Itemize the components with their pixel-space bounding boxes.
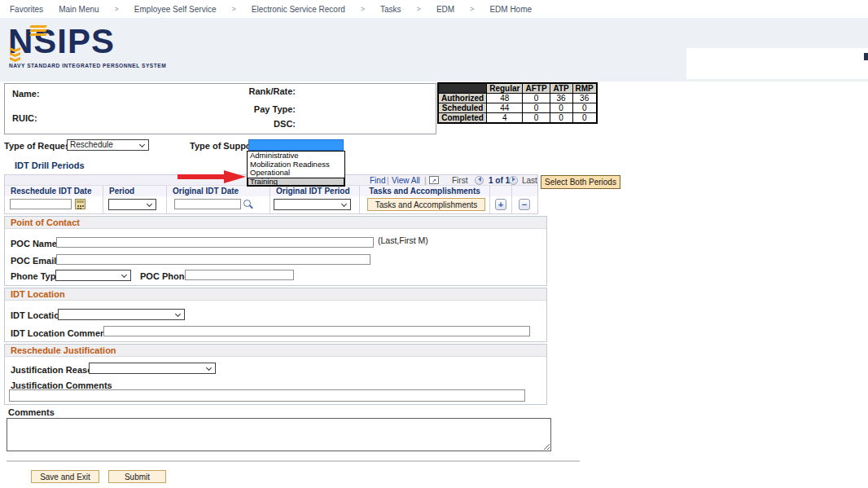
summary-value: 4: [487, 113, 523, 124]
previous-page-button[interactable]: [475, 176, 484, 185]
reschedule-justification-title: Reschedule Justification: [5, 345, 546, 357]
breadcrumb-electronic-service-record[interactable]: Electronic Service Record: [252, 5, 345, 14]
poc-phone-input[interactable]: [185, 270, 294, 280]
lookup-magnifier-icon[interactable]: [243, 199, 253, 210]
poc-email-label: POC Email: [11, 256, 56, 266]
breadcrumb-employee-self-service[interactable]: Employee Self Service: [134, 5, 217, 14]
justification-reason-select[interactable]: [89, 363, 216, 374]
summary-value: 0: [550, 103, 572, 113]
idt-location-comments-label: IDT Location Comments: [11, 328, 114, 338]
header-white-panel: [686, 48, 868, 79]
type-of-support-select[interactable]: [248, 139, 344, 151]
breadcrumb-separator-icon: >: [470, 5, 474, 13]
first-link[interactable]: First: [452, 175, 467, 186]
tasks-and-accomplishments-button[interactable]: Tasks and Accomplishments: [367, 198, 485, 211]
dropdown-option-operational[interactable]: Operational: [248, 169, 344, 178]
phone-type-select[interactable]: [55, 270, 131, 281]
summary-row-scheduled: Scheduled: [438, 103, 487, 113]
reschedule-justification-section: Reschedule Justification Justification R…: [4, 344, 547, 405]
phone-type-label: Phone Type: [11, 271, 61, 281]
poc-name-input[interactable]: [56, 237, 374, 248]
idt-location-comments-input[interactable]: [103, 326, 530, 336]
summary-col-rmp: RMP: [572, 83, 597, 94]
last-link[interactable]: Last: [522, 175, 537, 186]
breadcrumb-edm[interactable]: EDM: [436, 5, 454, 14]
col-header-reschedule-idt-date: Reschedule IDT Date: [5, 186, 103, 197]
find-link[interactable]: Find: [370, 175, 385, 186]
summary-value: 0: [550, 113, 572, 124]
drill-summary-table: Regular AFTP ATP RMP Authorized 48 0 36 …: [437, 82, 598, 124]
ruic-label: RUIC:: [12, 113, 37, 123]
breadcrumb-edm-home[interactable]: EDM Home: [489, 5, 532, 14]
footer-divider: [7, 460, 580, 462]
type-of-request-select[interactable]: Reschedule: [67, 139, 149, 151]
comments-textarea[interactable]: [7, 418, 551, 451]
type-of-request-value: Reschedule: [70, 140, 113, 149]
next-page-button[interactable]: [509, 176, 518, 185]
member-info-box: Name: RUIC: Rank/Rate: Pay Type: DSC:: [4, 83, 436, 134]
breadcrumb-tasks[interactable]: Tasks: [380, 5, 401, 14]
original-idt-date-input[interactable]: [174, 199, 241, 209]
summary-col-regular: Regular: [487, 83, 523, 94]
remove-row-button[interactable]: −: [519, 199, 530, 210]
poc-name-hint: (Last,First M): [378, 235, 428, 245]
breadcrumb: Favorites Main Menu > Employee Self Serv…: [0, 0, 868, 18]
idt-location-section: IDT Location IDT Location IDT Location C…: [4, 288, 547, 342]
poc-phone-label: POC Phone: [140, 271, 190, 281]
summary-value: 36: [550, 94, 572, 103]
summary-value: 36: [572, 94, 597, 103]
summary-corner-cell: [438, 83, 487, 94]
nav-pipe: |: [387, 175, 389, 186]
table-row: Authorized 48 0 36 36: [438, 94, 597, 103]
chevron-down-icon: [147, 201, 152, 207]
select-both-periods-button[interactable]: Select Both Periods: [541, 175, 620, 189]
idt-location-select[interactable]: [58, 309, 185, 320]
dsc-label: DSC:: [274, 119, 296, 129]
summary-value: 0: [523, 113, 550, 124]
pay-type-label: Pay Type:: [254, 104, 296, 114]
justification-comments-input[interactable]: [9, 389, 525, 402]
col-header-add: [490, 186, 512, 197]
justification-reason-label: Justification Reason: [11, 365, 99, 375]
breadcrumb-favorites[interactable]: Favorites: [10, 5, 43, 14]
red-arrow-annotation: [178, 169, 247, 184]
save-and-exit-button[interactable]: Save and Exit: [31, 470, 99, 483]
poc-name-label: POC Name: [11, 239, 57, 248]
grid-data-row: Tasks and Accomplishments + −: [5, 196, 537, 213]
page: Favorites Main Menu > Employee Self Serv…: [0, 0, 868, 488]
period-select[interactable]: [108, 199, 156, 210]
chevron-down-icon: [341, 201, 347, 207]
type-of-support-label: Type of Support: [190, 141, 258, 151]
submit-button[interactable]: Submit: [108, 470, 166, 483]
idt-location-title: IDT Location: [5, 288, 546, 301]
window-control-partial: [864, 53, 868, 60]
nsips-logo: NSIPS NAVY STANDARD INTEGRATED PERSONNEL…: [8, 24, 204, 79]
idt-location-label: IDT Location: [11, 310, 65, 320]
original-idt-period-select[interactable]: [274, 199, 351, 210]
breadcrumb-separator-icon: >: [417, 5, 421, 13]
col-header-original-idt-period: Original IDT Period: [270, 186, 360, 197]
breadcrumb-separator-icon: >: [361, 5, 365, 13]
summary-value: 0: [572, 103, 597, 113]
chevron-down-icon: [175, 311, 181, 317]
idt-drill-periods-title: IDT Drill Periods: [15, 160, 85, 170]
col-header-remove: [512, 186, 537, 197]
dropdown-option-training[interactable]: Training: [248, 178, 344, 187]
breadcrumb-main-menu[interactable]: Main Menu: [59, 5, 99, 14]
chevron-down-icon: [121, 272, 127, 278]
new-window-icon[interactable]: ↗: [429, 176, 439, 184]
col-header-tasks: Tasks and Accomplishments: [360, 186, 490, 197]
rank-rate-label: Rank/Rate:: [249, 86, 296, 96]
chevron-down-icon: [206, 365, 212, 371]
chevron-right-icon: [512, 177, 515, 182]
comments-label: Comments: [8, 407, 55, 417]
add-row-button[interactable]: +: [495, 199, 506, 210]
type-of-support-dropdown-list: Administrative Mobilization Readiness Op…: [247, 151, 345, 187]
summary-col-atp: ATP: [550, 83, 572, 94]
grid-header-row: Reschedule IDT Date Period Original IDT …: [5, 186, 537, 196]
dropdown-option-administrative[interactable]: Administrative: [248, 152, 344, 160]
calendar-icon[interactable]: [75, 199, 85, 209]
reschedule-idt-date-input[interactable]: [10, 199, 72, 209]
poc-email-input[interactable]: [56, 254, 370, 265]
view-all-link[interactable]: View All: [392, 175, 420, 186]
